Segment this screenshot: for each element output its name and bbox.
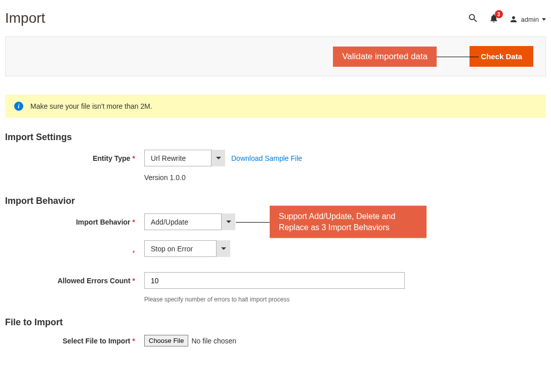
import-behavior-select[interactable]: Add/Update	[144, 213, 235, 230]
allowed-errors-label: Allowed Errors Count*	[5, 277, 144, 285]
admin-username: admin	[521, 16, 539, 23]
error-strategy-row: * Stop on Error	[5, 240, 546, 257]
info-message: Make sure your file isn't more than 2M.	[30, 102, 152, 110]
notification-badge: 3	[495, 10, 503, 18]
error-strategy-select[interactable]: Stop on Error	[144, 240, 230, 257]
annotation-validate: Validate imported data	[333, 47, 437, 67]
header-toolbar: 3 admin	[468, 10, 546, 26]
info-icon: i	[14, 102, 23, 111]
entity-type-select[interactable]: Url Rewrite	[144, 150, 225, 166]
admin-account-menu[interactable]: admin	[509, 15, 546, 24]
chevron-down-icon	[216, 240, 230, 257]
user-icon	[509, 15, 518, 24]
annotation-line	[236, 222, 270, 223]
chevron-down-icon	[221, 213, 235, 230]
section-title-import-behavior: Import Behavior	[5, 196, 546, 206]
search-icon[interactable]	[468, 13, 479, 26]
chevron-down-icon	[211, 150, 225, 166]
select-file-row: Select File to Import* Choose File No fi…	[5, 335, 546, 346]
import-behavior-row: Import Behavior* Add/Update Support Add/…	[5, 213, 546, 230]
version-text: Version 1.0.0	[144, 173, 546, 182]
allowed-errors-row: Allowed Errors Count*	[5, 272, 546, 289]
info-banner: i Make sure your file isn't more than 2M…	[5, 95, 546, 118]
file-chosen-text: No file chosen	[191, 337, 236, 345]
page-header: Import 3 admin	[5, 5, 546, 36]
action-toolbar: Validate imported data Check Data	[5, 36, 546, 76]
annotation-line	[437, 57, 479, 57]
section-title-file-import: File to Import	[5, 317, 546, 328]
required-marker: *	[5, 249, 144, 257]
entity-type-row: Entity Type* Url Rewrite Download Sample…	[5, 150, 546, 166]
annotation-behavior: Support Add/Update, Delete and Replace a…	[270, 205, 427, 238]
allowed-errors-hint: Please specify number of errors to halt …	[144, 296, 546, 303]
choose-file-button[interactable]: Choose File	[144, 335, 188, 346]
chevron-down-icon	[542, 18, 546, 21]
notifications-button[interactable]: 3	[489, 13, 499, 25]
section-title-import-settings: Import Settings	[5, 132, 546, 143]
download-sample-link[interactable]: Download Sample File	[231, 154, 302, 162]
page-title: Import	[5, 10, 45, 26]
select-file-label: Select File to Import*	[5, 337, 144, 345]
check-data-button[interactable]: Check Data	[470, 46, 533, 67]
allowed-errors-input[interactable]	[144, 272, 405, 289]
entity-type-label: Entity Type*	[5, 154, 144, 162]
import-behavior-label: Import Behavior*	[5, 218, 144, 226]
